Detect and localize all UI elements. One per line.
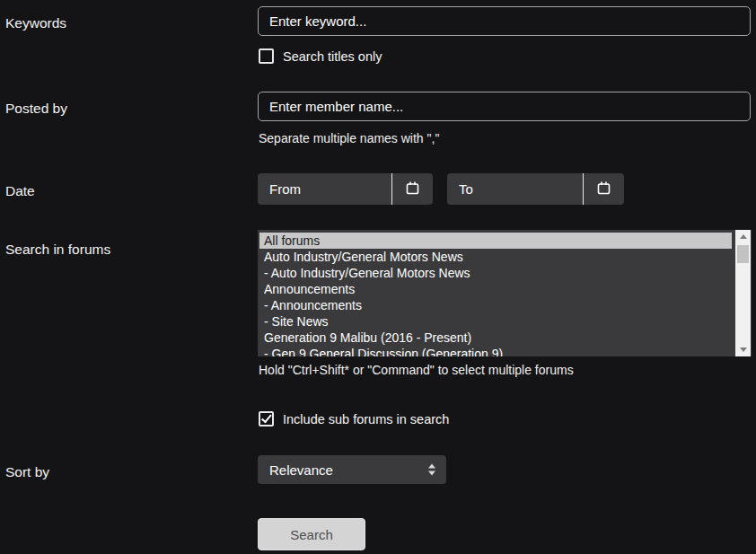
forum-option[interactable]: Auto Industry/General Motors News [259,249,732,265]
forums-hint: Hold "Ctrl+Shift* or "Command" to select… [259,363,574,377]
forum-option[interactable]: - Site News [259,313,732,330]
forums-options: All forums Auto Industry/General Motors … [258,233,736,356]
forum-option[interactable]: - Announcements [259,297,732,313]
search-in-forums-label: Search in forums [5,242,110,258]
sort-by-label: Sort by [5,464,49,480]
posted-by-label: Posted by [5,101,67,117]
include-sub-forums-label: Include sub forums in search [283,412,449,426]
scroll-down-icon[interactable] [735,343,751,356]
keywords-input[interactable] [258,6,751,36]
date-from-group [258,173,433,205]
scroll-up-icon[interactable] [735,230,751,243]
calendar-icon [405,180,420,198]
include-sub-forums-row: Include sub forums in search [259,411,449,426]
member-name-input[interactable] [258,92,751,121]
forum-option[interactable]: Announcements [259,281,732,297]
posted-by-hint: Separate multiple names with "," [259,131,439,145]
date-from-input[interactable] [258,173,391,205]
forum-option[interactable]: Generation 9 Malibu (2016 - Present) [259,330,732,346]
date-label: Date [5,183,35,199]
date-to-calendar-button[interactable] [583,173,623,205]
include-sub-forums-checkbox[interactable] [259,411,274,426]
forum-option[interactable]: - Gen 9 General Discussion (Generation 9… [259,346,732,356]
calendar-icon [596,180,611,198]
forum-option[interactable]: All forums [259,233,732,249]
sort-by-selected-value: Relevance [269,462,333,478]
date-to-input[interactable] [447,173,583,205]
search-button[interactable]: Search [258,518,365,550]
date-to-group [447,173,624,205]
search-titles-only-row: Search titles only [259,48,382,64]
keywords-label: Keywords [5,15,66,31]
search-titles-only-label: Search titles only [283,49,382,64]
forum-option[interactable]: - Auto Industry/General Motors News [259,265,732,281]
scrollbar-thumb[interactable] [737,245,749,263]
listbox-scrollbar[interactable] [735,230,751,356]
search-titles-only-checkbox[interactable] [259,48,274,64]
date-from-calendar-button[interactable] [391,173,432,205]
select-updown-icon [428,464,435,476]
sort-by-select[interactable]: Relevance [258,455,446,484]
forums-listbox[interactable]: All forums Auto Industry/General Motors … [258,230,752,356]
